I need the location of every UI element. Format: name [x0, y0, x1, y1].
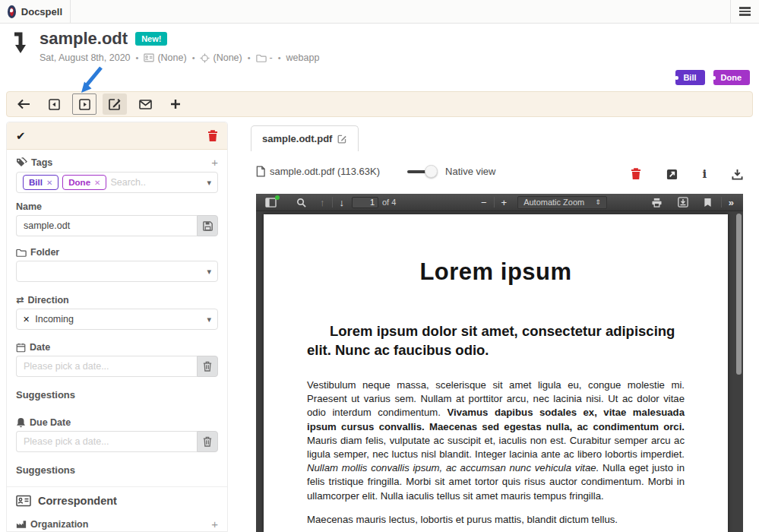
toggle-knob [425, 165, 438, 178]
separator-dot: • [192, 53, 195, 62]
pdf-more-tools-button[interactable]: » [724, 194, 738, 211]
document-header: sample.odt New! Sat, August 8th, 2020 • … [12, 29, 319, 63]
level-down-icon [12, 32, 30, 63]
direction-value: Incoming [35, 314, 74, 325]
add-tag-button[interactable]: + [211, 156, 218, 169]
separator-dot: • [248, 53, 251, 62]
address-card-icon [144, 53, 154, 62]
menu-button[interactable] [730, 0, 759, 24]
meta-source: webapp [286, 52, 320, 63]
pdf-page-total: of 4 [382, 198, 396, 207]
date-input[interactable] [16, 356, 197, 377]
due-date-field-label: Due Date [16, 417, 218, 428]
section-divider [7, 486, 227, 487]
clear-due-date-button[interactable] [197, 431, 218, 452]
info-icon[interactable]: i [703, 167, 707, 181]
sidebar-notification-dot [275, 195, 280, 200]
pdf-bookmark-button[interactable] [699, 194, 716, 211]
meta-folder: - [256, 52, 273, 63]
hamburger-icon [739, 7, 751, 16]
delete-attachment-icon[interactable] [631, 168, 641, 180]
tags-icon [16, 157, 27, 167]
native-view-toggle[interactable] [407, 170, 435, 173]
pdf-page: Lorem ipsum Lorem ipsum dolor sit amet, … [264, 214, 728, 532]
delete-item-icon[interactable] [207, 130, 218, 142]
date-input-group [16, 356, 218, 377]
tags-field-label: Tags + [16, 156, 218, 169]
item-action-toolbar [6, 91, 753, 117]
pdf-doc-subtitle: Lorem ipsum dolor sit amet, consectetur … [307, 322, 685, 360]
pdf-doc-title: Lorem ipsum [307, 258, 685, 286]
folder-icon [256, 53, 267, 62]
remove-tag-icon[interactable]: ✕ [46, 179, 52, 187]
add-files-button[interactable] [163, 93, 188, 115]
meta-correspondent: (None) [144, 52, 186, 63]
attachment-actions: i [631, 167, 743, 181]
exchange-icon: ⇄ [16, 294, 24, 306]
folder-field-label: Folder [16, 247, 218, 258]
edit-notes-button[interactable] [103, 93, 127, 115]
open-external-icon[interactable] [666, 169, 678, 180]
prev-item-button[interactable] [42, 93, 66, 115]
pdf-sidebar-toggle[interactable] [261, 194, 281, 211]
name-input[interactable] [16, 215, 197, 236]
chevron-down-icon: ▾ [207, 178, 211, 188]
next-item-button[interactable] [72, 93, 96, 115]
separator-dot: • [136, 53, 139, 62]
pdf-scrollbar-thumb[interactable] [736, 214, 742, 375]
brand-name: Docspell [21, 6, 62, 17]
meta-concerning: (None) [200, 52, 242, 63]
attachment-tab[interactable]: sample.odt.pdf [251, 125, 359, 151]
pdf-download-button[interactable] [673, 194, 693, 211]
file-name-size: sample.odt.pdf (113.63K) [270, 166, 380, 177]
pdf-print-button[interactable] [647, 194, 667, 211]
pdf-search-button[interactable] [292, 194, 311, 211]
pdf-zoom-in-button[interactable]: + [497, 194, 512, 211]
pdf-toolbar: ↑ ↓ of 4 − + Automatic Zoom ⇕ » [256, 194, 743, 211]
confirm-check-icon[interactable]: ✔ [16, 129, 26, 143]
top-navbar: Docspell [0, 0, 759, 24]
pdf-zoom-select[interactable]: Automatic Zoom ⇕ [517, 196, 607, 209]
tag-label-done[interactable]: Done [713, 70, 751, 85]
tag-label-bill[interactable]: Bill [675, 70, 704, 85]
save-name-button[interactable] [197, 215, 218, 236]
separator-dot: • [278, 53, 281, 62]
folder-select[interactable]: ▾ [16, 261, 218, 282]
file-icon [256, 166, 265, 177]
name-input-group [16, 215, 218, 236]
tags-search-placeholder: Search.. [110, 177, 146, 188]
correspondent-section-header: Correspondent [16, 495, 218, 507]
organization-field-label: Organization + [16, 518, 218, 530]
send-mail-button[interactable] [133, 93, 157, 115]
direction-select[interactable]: ✕ Incoming ▾ [16, 309, 218, 330]
address-card-icon [16, 495, 31, 507]
download-icon[interactable] [732, 169, 743, 180]
docspell-item-page: Docspell sample.odt New! Sat, August 8th… [0, 0, 759, 532]
edit-metadata-panel: ✔ Tags + Bill ✕ Done ✕ Search [6, 122, 228, 532]
due-date-input-group [16, 431, 218, 452]
industry-icon [16, 519, 27, 529]
tag-chip-done[interactable]: Done ✕ [62, 175, 106, 190]
item-tags: Bill Done [675, 70, 750, 85]
add-organization-button[interactable]: + [211, 518, 218, 530]
chevron-down-icon: ▾ [207, 267, 211, 277]
item-meta: Sat, August 8th, 2020 • (None) • (None) … [40, 52, 319, 63]
pdf-page-input[interactable] [352, 197, 378, 208]
crosshair-icon [200, 53, 210, 63]
date-suggestions-label: Suggestions [16, 389, 218, 401]
back-button[interactable] [11, 93, 36, 115]
tags-multiselect[interactable]: Bill ✕ Done ✕ Search.. ▾ [16, 172, 218, 193]
pdf-prev-page-button[interactable]: ↑ [315, 194, 330, 211]
panel-header: ✔ [7, 122, 227, 150]
new-badge: New! [135, 32, 167, 46]
due-date-input[interactable] [16, 431, 197, 452]
zoom-caret-icon: ⇕ [595, 198, 601, 206]
tag-chip-bill[interactable]: Bill ✕ [23, 175, 59, 190]
clear-direction-icon[interactable]: ✕ [23, 315, 30, 325]
clear-date-button[interactable] [197, 356, 218, 377]
remove-tag-icon[interactable]: ✕ [94, 179, 100, 187]
name-field-label: Name [16, 201, 218, 212]
pdf-next-page-button[interactable]: ↓ [335, 194, 349, 211]
brand-home-link[interactable]: Docspell [0, 0, 71, 24]
pdf-zoom-out-button[interactable]: − [476, 194, 492, 211]
